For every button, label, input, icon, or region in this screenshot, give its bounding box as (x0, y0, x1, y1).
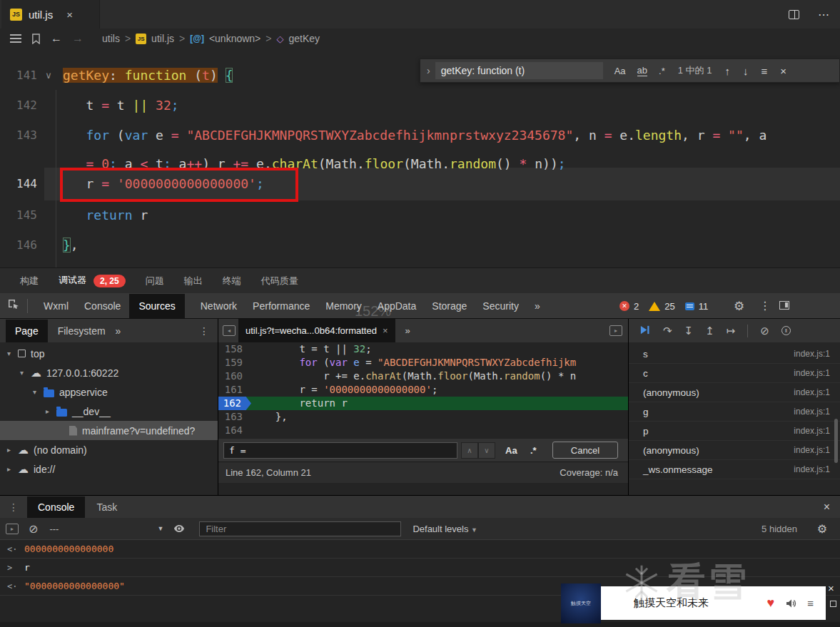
source-line-number[interactable]: 159 (218, 356, 251, 369)
tab-scroll-left-icon[interactable]: ◂ (223, 325, 236, 336)
ad-thumbnail[interactable]: 触摸天空 (561, 583, 601, 623)
find-expand-icon[interactable]: › (427, 65, 430, 76)
live-expression-eye-icon[interactable] (173, 523, 185, 534)
devtools-tab[interactable]: » (535, 300, 540, 312)
tree-expander-icon[interactable]: ▾ (7, 350, 18, 357)
tab-page[interactable]: Page (6, 320, 48, 342)
file-tabs-overflow[interactable]: » (405, 325, 410, 336)
devtools-tab[interactable]: Performance (253, 300, 310, 312)
devtools-settings-icon[interactable]: ⚙ (734, 299, 744, 314)
tree-item[interactable]: ▸☁(no domain) (0, 440, 218, 459)
panel-tab[interactable]: 构建 (20, 267, 39, 295)
callstack-frame[interactable]: (anonymous)index.js:1 (629, 383, 840, 402)
panel-tab[interactable]: 终端 (223, 267, 241, 295)
tree-item[interactable]: ▾top (0, 344, 218, 363)
devtools-tab[interactable]: Console (84, 300, 121, 312)
source-line[interactable]: 161 r = '0000000000000000'; (218, 383, 628, 397)
split-editor-icon[interactable] (789, 10, 799, 19)
step-icon[interactable]: ↦ (727, 325, 736, 337)
find-next-icon[interactable]: ↓ (743, 65, 749, 77)
deactivate-breakpoints-icon[interactable]: ⊘ (760, 325, 769, 337)
callstack-frame[interactable]: _ws.onmessageindex.js:1 (629, 460, 840, 479)
tree-item[interactable]: ▸☁ide:// (0, 459, 218, 479)
panel-tab[interactable]: 代码质量 (261, 267, 298, 295)
callstack-frame[interactable]: cindex.js:1 (629, 364, 840, 383)
source-line-number[interactable]: 158 (218, 342, 251, 356)
ad-menu-icon[interactable]: ≡ (807, 597, 814, 609)
forward-arrow-icon[interactable]: → (72, 32, 84, 45)
inspect-element-icon[interactable] (7, 298, 20, 313)
tab-utiljs[interactable]: JS util.js × (1, 0, 100, 29)
source-line-number[interactable]: 160 (218, 369, 251, 383)
tree-item[interactable]: ▸__dev__ (0, 402, 218, 421)
source-line[interactable]: 162 return r (218, 397, 628, 410)
drawer-menu-icon[interactable]: ⋮ (9, 501, 19, 513)
callstack-frame[interactable]: (anonymous)index.js:1 (629, 441, 840, 460)
more-actions-icon[interactable]: ⋯ (818, 8, 830, 21)
tab-close-icon[interactable]: × (66, 9, 73, 21)
breadcrumb-item[interactable]: <unknown> (209, 33, 260, 44)
tab-console[interactable]: Console (27, 496, 85, 518)
devtools-tab[interactable]: Sources (129, 294, 184, 318)
code-line[interactable]: for (var e = "ABCDEFGHJKMNPQRSTWXYZabcde… (63, 121, 840, 151)
tree-expander-icon[interactable]: ▸ (46, 407, 56, 415)
clear-console-icon[interactable]: ⊘ (29, 522, 38, 536)
callstack-frame[interactable]: sindex.js:1 (629, 345, 840, 364)
find-input[interactable]: getKey: function (t) (435, 62, 603, 79)
tab-task[interactable]: Task (96, 501, 117, 513)
source-file-tab[interactable]: util.js?t=wecha...0b64:formatted × (238, 319, 395, 342)
console-sidebar-icon[interactable]: ▸ (6, 524, 19, 534)
tree-item[interactable]: ▾appservice (0, 382, 218, 402)
code-line[interactable]: return r (63, 200, 840, 230)
tree-item[interactable]: ▾☁127.0.0.1:60222 (0, 363, 218, 382)
whole-word-icon[interactable]: ab (637, 65, 647, 76)
fold-arrow-icon[interactable]: ∨ (43, 61, 54, 91)
code-line[interactable]: }, (63, 230, 840, 260)
devtools-tab[interactable]: Storage (432, 300, 467, 312)
panel-tab[interactable]: 问题 (146, 267, 164, 295)
tree-item[interactable]: mainframe?v=undefined? (0, 421, 218, 440)
step-into-icon[interactable]: ↧ (684, 325, 694, 337)
context-selector[interactable]: --- ▼ (49, 524, 163, 534)
resume-icon[interactable] (639, 325, 651, 337)
regex-icon[interactable]: .* (659, 66, 665, 76)
drawer-close-icon[interactable]: × (824, 501, 830, 514)
find-previous-icon[interactable]: ↑ (724, 65, 730, 77)
devtools-tab[interactable]: Network (201, 300, 237, 312)
tab-filesystem[interactable]: Filesystem (58, 325, 106, 337)
source-file-tab-close-icon[interactable]: × (383, 325, 388, 336)
line-number[interactable]: 143 (0, 121, 37, 151)
match-case-icon[interactable]: Aa (505, 445, 517, 456)
panel-tab[interactable]: 调试器 (59, 267, 86, 295)
speaker-icon[interactable] (784, 598, 797, 609)
source-line[interactable]: 158 t = t || 32; (218, 342, 628, 356)
panel-tab[interactable]: 输出 (184, 267, 203, 295)
source-find-input[interactable] (223, 442, 457, 459)
tree-expander-icon[interactable]: ▾ (20, 369, 31, 377)
match-case-icon[interactable]: Aa (614, 66, 626, 76)
sidebar-menu-icon[interactable]: ⋮ (199, 325, 209, 337)
breadcrumb-item[interactable]: utils (102, 33, 120, 44)
breadcrumb-item[interactable]: util.js (151, 33, 174, 44)
breadcrumb-item[interactable]: getKey (288, 33, 320, 44)
back-arrow-icon[interactable]: ← (51, 32, 62, 45)
line-number[interactable]: 145 (0, 200, 37, 230)
log-levels-dropdown[interactable]: Default levels ▼ (413, 524, 477, 534)
source-line-number[interactable]: 163 (218, 410, 251, 424)
heart-like-icon[interactable]: ♥ (767, 596, 775, 611)
step-out-icon[interactable]: ↥ (705, 325, 714, 337)
regex-icon[interactable]: .* (530, 445, 537, 456)
outline-list-icon[interactable] (10, 34, 21, 43)
source-line[interactable]: 163 }, (218, 410, 628, 424)
step-over-icon[interactable]: ↷ (663, 325, 672, 337)
source-line[interactable]: 164 (218, 424, 628, 437)
source-line-number[interactable]: 161 (218, 383, 251, 397)
devtools-tab[interactable]: Security (482, 300, 519, 312)
find-close-icon[interactable]: × (780, 65, 786, 77)
console-filter-input[interactable] (199, 521, 401, 536)
devtools-menu-icon[interactable]: ⋮ (759, 299, 771, 312)
pause-on-exceptions-icon[interactable]: ‖ (781, 326, 791, 335)
line-number[interactable]: 142 (0, 91, 37, 121)
ad-close-icon[interactable]: × (828, 582, 834, 594)
cancel-button[interactable]: Cancel (552, 442, 618, 459)
